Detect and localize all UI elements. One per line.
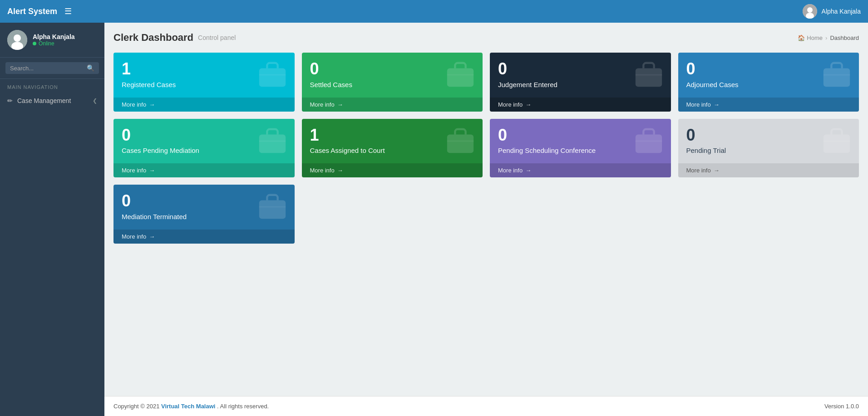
svg-rect-22 xyxy=(259,201,285,219)
more-info-arrow-icon: → xyxy=(714,167,720,174)
stat-card-cases-pending-mediation[interactable]: 0 Cases Pending Mediation More info → xyxy=(113,119,295,178)
stat-label: Registered Cases xyxy=(122,81,176,88)
stat-card-footer[interactable]: More info → xyxy=(302,163,483,177)
stat-card-info: 1 Registered Cases xyxy=(122,60,176,88)
page-header-left: Clerk Dashboard Control panel xyxy=(113,32,236,44)
main-content: Clerk Dashboard Control panel 🏠 Home › D… xyxy=(104,23,868,396)
user-avatar-top xyxy=(803,4,817,19)
stat-card-footer[interactable]: More info → xyxy=(678,163,859,177)
case-management-icon: ✏ xyxy=(7,97,13,104)
breadcrumb-home[interactable]: 🏠 Home xyxy=(798,34,823,41)
stat-number: 0 xyxy=(310,60,352,78)
stat-card-body: 0 Settled Cases xyxy=(302,53,483,98)
sidebar-status: Online xyxy=(33,40,75,47)
footer: Copyright © 2021 Virtual Tech Malawi . A… xyxy=(104,396,868,416)
breadcrumb-home-label: Home xyxy=(807,34,823,41)
svg-rect-20 xyxy=(824,134,850,153)
stat-label: Mediation Terminated xyxy=(122,213,187,220)
more-info-label: More info xyxy=(310,167,335,174)
more-info-arrow-icon: → xyxy=(714,101,720,108)
home-icon: 🏠 xyxy=(798,34,805,41)
svg-rect-8 xyxy=(447,69,473,87)
stat-label: Pending Trial xyxy=(686,147,726,154)
breadcrumb-separator: › xyxy=(825,34,827,41)
stat-card-footer[interactable]: More info → xyxy=(678,98,859,112)
footer-version: Version 1.0.0 xyxy=(824,403,859,410)
stat-card-pending-trial[interactable]: 0 Pending Trial More info → xyxy=(678,119,859,178)
page-header: Clerk Dashboard Control panel 🏠 Home › D… xyxy=(113,32,859,44)
stat-card-info: 0 Mediation Terminated xyxy=(122,192,187,220)
sidebar-search-section: 🔍 xyxy=(0,58,104,79)
stat-number: 1 xyxy=(310,126,385,144)
more-info-label: More info xyxy=(686,101,711,108)
card-icon xyxy=(256,191,288,223)
svg-rect-18 xyxy=(635,134,661,153)
more-info-arrow-icon: → xyxy=(337,101,343,108)
card-icon xyxy=(821,59,853,91)
stat-card-adjourned-cases[interactable]: 0 Adjourned Cases More info → xyxy=(678,53,859,112)
stat-card-mediation-terminated[interactable]: 0 Mediation Terminated More info → xyxy=(113,185,295,244)
navbar-right: Alpha Kanjala xyxy=(803,4,861,19)
more-info-arrow-icon: → xyxy=(525,167,531,174)
stat-label: Settled Cases xyxy=(310,81,352,88)
main-wrapper: Clerk Dashboard Control panel 🏠 Home › D… xyxy=(104,23,868,416)
stat-card-judgement-entered[interactable]: 0 Judgement Entered More info → xyxy=(490,53,671,112)
stat-card-info: 0 Settled Cases xyxy=(310,60,352,88)
stat-card-footer[interactable]: More info → xyxy=(113,163,295,177)
stat-number: 0 xyxy=(686,60,739,78)
card-icon xyxy=(633,125,665,157)
navbar-left: Alert System ☰ xyxy=(7,6,72,16)
svg-rect-12 xyxy=(824,69,850,87)
card-icon xyxy=(444,125,476,157)
stat-card-info: 0 Judgement Entered xyxy=(498,60,557,88)
stat-card-footer[interactable]: More info → xyxy=(113,98,295,112)
more-info-label: More info xyxy=(310,101,335,108)
more-info-label: More info xyxy=(122,167,146,174)
stat-card-settled-cases[interactable]: 0 Settled Cases More info → xyxy=(302,53,483,112)
stat-card-info: 0 Cases Pending Mediation xyxy=(122,126,199,155)
stat-label: Adjourned Cases xyxy=(686,81,739,88)
breadcrumb-current: Dashboard xyxy=(830,34,859,41)
more-info-label: More info xyxy=(498,101,523,108)
more-info-label: More info xyxy=(686,167,711,174)
status-text: Online xyxy=(39,40,54,47)
sidebar-username: Alpha Kanjala xyxy=(33,33,75,40)
svg-rect-6 xyxy=(259,69,285,87)
more-info-arrow-icon: → xyxy=(149,101,155,108)
stat-card-footer[interactable]: More info → xyxy=(113,230,295,244)
sidebar-user-info: Alpha Kanjala Online xyxy=(33,33,75,47)
hamburger-icon[interactable]: ☰ xyxy=(64,6,72,16)
svg-point-1 xyxy=(807,7,813,13)
stat-card-footer[interactable]: More info → xyxy=(490,163,671,177)
stat-number: 0 xyxy=(498,126,596,144)
stat-card-info: 0 Pending Scheduling Conference xyxy=(498,126,596,155)
stat-label: Judgement Entered xyxy=(498,81,557,88)
card-icon xyxy=(256,125,288,157)
footer-brand: Virtual Tech Malawi xyxy=(161,403,215,410)
search-icon[interactable]: 🔍 xyxy=(87,64,94,72)
stat-card-pending-scheduling-conference[interactable]: 0 Pending Scheduling Conference More inf… xyxy=(490,119,671,178)
nav-arrow-icon: ❮ xyxy=(93,98,97,104)
card-icon xyxy=(821,125,853,157)
dashboard-grid: 1 Registered Cases More info → 0 Settled… xyxy=(113,53,859,244)
stat-number: 0 xyxy=(686,126,726,144)
sidebar: Alpha Kanjala Online 🔍 MAIN NAVIGATION ✏… xyxy=(0,23,104,416)
more-info-arrow-icon: → xyxy=(149,167,155,174)
page-title: Clerk Dashboard xyxy=(113,32,193,44)
stat-card-info: 0 Adjourned Cases xyxy=(686,60,739,88)
search-wrapper[interactable]: 🔍 xyxy=(5,62,99,74)
more-info-label: More info xyxy=(498,167,523,174)
stat-card-footer[interactable]: More info → xyxy=(490,98,671,112)
card-icon xyxy=(633,59,665,91)
sidebar-item-case-management[interactable]: ✏ Case Management ❮ xyxy=(0,93,104,109)
stat-number: 0 xyxy=(498,60,557,78)
stat-card-registered-cases[interactable]: 1 Registered Cases More info → xyxy=(113,53,295,112)
search-input[interactable] xyxy=(10,65,87,72)
stat-card-info: 0 Pending Trial xyxy=(686,126,726,155)
stat-card-info: 1 Cases Assigned to Court xyxy=(310,126,385,155)
stat-card-cases-assigned-to-court[interactable]: 1 Cases Assigned to Court More info → xyxy=(302,119,483,178)
user-name-top: Alpha Kanjala xyxy=(822,8,861,15)
stat-card-body: 1 Cases Assigned to Court xyxy=(302,119,483,164)
stat-card-footer[interactable]: More info → xyxy=(302,98,483,112)
more-info-label: More info xyxy=(122,101,146,108)
